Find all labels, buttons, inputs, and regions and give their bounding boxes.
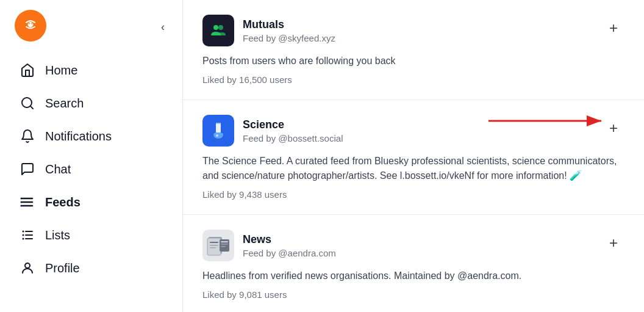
svg-rect-30 bbox=[210, 245, 218, 246]
svg-rect-33 bbox=[221, 241, 228, 242]
app-logo[interactable] bbox=[15, 10, 46, 42]
profile-icon bbox=[20, 260, 35, 276]
sidebar-item-label-lists: Lists bbox=[45, 228, 70, 242]
sidebar-item-notifications[interactable]: Notifications bbox=[5, 120, 177, 153]
svg-point-13 bbox=[23, 234, 24, 236]
feed-item-mutuals: Mutuals Feed by @skyfeed.xyz + Posts fro… bbox=[183, 0, 644, 100]
sidebar-item-lists[interactable]: Lists bbox=[5, 219, 177, 252]
sidebar: ‹ Home Search bbox=[0, 0, 183, 312]
svg-point-20 bbox=[218, 25, 223, 30]
sidebar-item-feeds[interactable]: Feeds bbox=[5, 186, 177, 219]
sidebar-item-label-search: Search bbox=[45, 96, 84, 111]
search-icon bbox=[20, 95, 35, 111]
feed-title-science: Science bbox=[243, 118, 343, 132]
svg-rect-28 bbox=[207, 238, 221, 255]
add-button-mutuals[interactable]: + bbox=[603, 17, 624, 39]
feed-icon-science bbox=[202, 115, 234, 147]
svg-rect-22 bbox=[216, 123, 221, 124]
svg-rect-21 bbox=[216, 123, 221, 132]
feed-likes-science: Liked by 9,438 users bbox=[202, 189, 624, 200]
svg-point-3 bbox=[31, 23, 32, 24]
sidebar-item-chat[interactable]: Chat bbox=[5, 153, 177, 186]
feeds-icon bbox=[20, 194, 35, 210]
feed-icon-news bbox=[202, 230, 234, 261]
feed-item-science: Science Feed by @bossett.social + The Sc… bbox=[183, 100, 644, 215]
sidebar-item-label-chat: Chat bbox=[45, 162, 71, 176]
home-icon bbox=[20, 62, 35, 78]
svg-point-12 bbox=[23, 231, 24, 233]
sidebar-nav: Home Search Notifications bbox=[0, 54, 182, 285]
add-button-science[interactable]: + bbox=[603, 117, 624, 139]
chat-icon bbox=[20, 161, 35, 177]
feed-title-mutuals: Mutuals bbox=[243, 18, 335, 32]
collapse-button[interactable]: ‹ bbox=[153, 17, 173, 37]
svg-point-18 bbox=[25, 263, 30, 268]
feed-description-news: Headlines from verified news organisatio… bbox=[202, 269, 624, 283]
svg-point-23 bbox=[216, 134, 218, 137]
svg-rect-31 bbox=[210, 247, 216, 249]
feed-likes-news: Liked by 9,081 users bbox=[202, 289, 624, 300]
svg-line-5 bbox=[30, 106, 33, 109]
sidebar-item-search[interactable]: Search bbox=[5, 87, 177, 120]
sidebar-item-label-notifications: Notifications bbox=[45, 129, 112, 143]
svg-rect-35 bbox=[221, 246, 226, 247]
feed-description-science: The Science Feed. A curated feed from Bl… bbox=[202, 154, 624, 183]
sidebar-item-home[interactable]: Home bbox=[5, 54, 177, 87]
sidebar-item-profile[interactable]: Profile bbox=[5, 252, 177, 285]
sidebar-item-label-profile: Profile bbox=[45, 261, 80, 275]
sidebar-item-label-feeds: Feeds bbox=[45, 195, 80, 209]
svg-rect-29 bbox=[210, 242, 218, 243]
svg-point-19 bbox=[213, 25, 218, 30]
feed-likes-mutuals: Liked by 16,500 users bbox=[202, 74, 624, 85]
main-content: Mutuals Feed by @skyfeed.xyz + Posts fro… bbox=[183, 0, 644, 312]
sidebar-item-label-home: Home bbox=[45, 63, 77, 78]
feed-description-mutuals: Posts from users who are following you b… bbox=[202, 54, 624, 68]
svg-point-2 bbox=[29, 23, 30, 24]
bell-icon bbox=[20, 128, 35, 144]
feed-item-news: News Feed by @aendra.com + Headlines fro… bbox=[183, 215, 644, 312]
feed-author-mutuals: Feed by @skyfeed.xyz bbox=[243, 33, 335, 43]
feed-title-news: News bbox=[243, 233, 336, 247]
feed-icon-mutuals bbox=[202, 15, 234, 46]
svg-rect-34 bbox=[221, 244, 228, 245]
feed-author-science: Feed by @bossett.social bbox=[243, 133, 343, 143]
svg-point-14 bbox=[23, 238, 24, 240]
lists-icon bbox=[20, 227, 35, 243]
feed-author-news: Feed by @aendra.com bbox=[243, 248, 336, 258]
add-button-news[interactable]: + bbox=[603, 232, 624, 254]
